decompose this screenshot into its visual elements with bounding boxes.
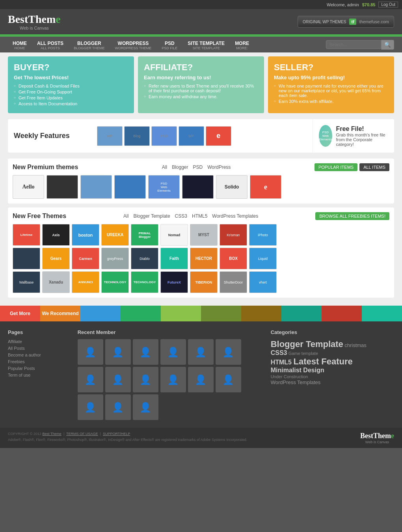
member-12[interactable]: 👤 <box>216 367 241 392</box>
member-13[interactable]: 👤 <box>78 394 103 420</box>
theme-aello[interactable]: Aello <box>13 175 44 199</box>
theme-shutter[interactable]: ShutterDoor <box>220 271 247 293</box>
themefuse-banner[interactable]: ORIGINAL WP THEMES tf themefuse.com <box>298 16 394 28</box>
member-8[interactable]: 👤 <box>105 367 131 392</box>
theme-faith[interactable]: Faith <box>160 248 188 269</box>
brand-link[interactable]: Best Theme <box>43 432 61 436</box>
theme-xanadu[interactable]: Xanadu <box>42 271 70 293</box>
member-11[interactable]: 👤 <box>188 367 214 392</box>
theme-liquid[interactable]: Liquid <box>249 248 277 269</box>
theme-lifetime[interactable]: Lifetime <box>13 224 40 246</box>
theme-2[interactable] <box>47 175 78 199</box>
theme-solido[interactable]: Solido <box>216 175 248 199</box>
popular-items-button[interactable]: POPULAR ITEMS <box>315 163 357 171</box>
cat-minimalist[interactable]: Minimalist Design <box>271 367 324 373</box>
filter-all[interactable]: All <box>162 164 167 170</box>
member-2[interactable]: 👤 <box>105 339 131 365</box>
theme-psd[interactable]: PSDWebElements <box>148 175 180 199</box>
theme-futurex[interactable]: FutureX <box>160 271 188 293</box>
weekly-thumb-2[interactable]: Blog <box>124 126 150 146</box>
all-items-button[interactable]: ALL ITEMS <box>359 163 389 171</box>
link-popular[interactable]: Popular Posts <box>8 366 70 371</box>
nav-wordpress[interactable]: WORDPRESS WORDPRESS THEME <box>110 37 156 52</box>
filter-wordpress[interactable]: WordPress <box>207 164 231 170</box>
cat-blogger[interactable]: Blogger <box>271 339 306 349</box>
weekly-thumb-4[interactable]: WP <box>179 126 204 146</box>
filter-blogger[interactable]: Blogger <box>172 164 188 170</box>
member-14[interactable]: 👤 <box>105 394 131 420</box>
get-more-button[interactable]: Get More <box>0 306 40 321</box>
theme-wallbase[interactable]: Wallbase <box>13 271 40 293</box>
link-affiliate[interactable]: Affiliate <box>8 339 70 344</box>
theme-box[interactable]: BOX <box>220 248 247 269</box>
search-button[interactable]: 🔍 <box>381 40 394 50</box>
theme-nomad[interactable]: Nomad <box>160 224 188 246</box>
theme-carmen[interactable]: Carmen <box>72 248 99 269</box>
we-recommend-button[interactable]: We Recommend <box>40 306 80 321</box>
cat-template[interactable]: Template <box>306 339 343 349</box>
member-1[interactable]: 👤 <box>78 339 103 365</box>
theme-announce[interactable]: ANNUNCI <box>72 271 99 293</box>
link-allposts[interactable]: All Posts <box>8 346 70 351</box>
theme-designfx2[interactable]: e <box>250 175 281 199</box>
theme-4[interactable] <box>114 175 146 199</box>
link-freebies[interactable]: Freebies <box>8 359 70 364</box>
theme-diablo[interactable]: Diablo <box>131 248 158 269</box>
logout-button[interactable]: Log Out <box>378 2 398 7</box>
member-10[interactable]: 👤 <box>160 367 186 392</box>
nav-site-template[interactable]: SITE TEMPLATE SITE TEMPLATE <box>183 37 229 52</box>
theme-vhert[interactable]: vhert <box>249 271 277 293</box>
free-filter-all[interactable]: All <box>123 213 128 219</box>
theme-boston[interactable]: boston <box>72 224 99 246</box>
nav-psd[interactable]: PSD PSD FILE <box>157 37 182 52</box>
theme-technology2[interactable]: TECHNOLOGY <box>131 271 158 293</box>
theme-axis[interactable]: Axis <box>42 224 70 246</box>
theme-tiberion[interactable]: TIBERION <box>190 271 218 293</box>
nav-all-posts[interactable]: ALL POSTS ALL POSTS <box>32 37 68 52</box>
theme-myst[interactable]: MYST <box>190 224 218 246</box>
cat-underconstruction[interactable]: Under Construction <box>271 374 308 379</box>
free-filter-html5[interactable]: HTML5 <box>192 213 207 219</box>
browse-freebies-button[interactable]: BROWSE ALL FREEBIES ITEMS! <box>315 212 389 220</box>
weekly-thumb-3[interactable]: PSD <box>151 126 177 146</box>
color-bar-cyan <box>362 306 402 321</box>
theme-3[interactable] <box>80 175 112 199</box>
theme-krisman[interactable]: Krisman <box>220 224 247 246</box>
cat-latest-feature[interactable]: Latest Feature <box>293 357 352 366</box>
theme-technology1[interactable]: TECHNOLOGY <box>101 271 129 293</box>
free-filter-blogger[interactable]: Blogger Template <box>133 213 170 219</box>
member-15[interactable]: 👤 <box>133 394 158 420</box>
nav-home[interactable]: HOME HOME <box>8 37 32 52</box>
search-input[interactable] <box>326 40 381 49</box>
free-filter-wp[interactable]: WordPress Templates <box>212 213 258 219</box>
cat-wp-templates[interactable]: WordPress Templates <box>271 379 321 385</box>
cat-gametemplate[interactable]: Game template <box>288 351 318 356</box>
nav-more[interactable]: MORE MORE: <box>230 37 254 52</box>
member-4[interactable]: 👤 <box>160 339 186 365</box>
cat-html5[interactable]: HTML5 <box>271 359 294 366</box>
theme-gears[interactable]: Gears <box>42 248 70 269</box>
theme-greypress[interactable]: greyPress <box>101 248 129 269</box>
cat-css3[interactable]: CSS3 <box>271 349 287 356</box>
support-link[interactable]: SUPPORT/HELP <box>103 432 130 436</box>
theme-depurplephoto[interactable] <box>13 248 40 269</box>
theme-primal[interactable]: PRIMALBlogger <box>131 224 158 246</box>
weekly-thumb-5[interactable]: e <box>206 126 231 146</box>
member-3[interactable]: 👤 <box>133 339 158 365</box>
cat-christmas[interactable]: christmas <box>344 342 367 348</box>
free-filter-css3[interactable]: CSS3 <box>175 213 187 219</box>
link-terms[interactable]: Term of use <box>8 373 70 377</box>
theme-designfx[interactable] <box>182 175 214 199</box>
theme-iphoto[interactable]: iPhoto <box>249 224 277 246</box>
member-6[interactable]: 👤 <box>216 339 241 365</box>
link-become-author[interactable]: Become a author <box>8 353 70 357</box>
terms-link[interactable]: TERMS OF USAGE <box>66 432 98 436</box>
filter-psd[interactable]: PSD <box>193 164 203 170</box>
weekly-thumb-1[interactable]: WP <box>97 126 123 146</box>
member-5[interactable]: 👤 <box>188 339 214 365</box>
member-9[interactable]: 👤 <box>133 367 158 392</box>
nav-blogger[interactable]: BLOGGER BLOGGER THEME <box>69 37 109 52</box>
theme-ureeka[interactable]: UREEKA <box>101 224 129 246</box>
theme-hector[interactable]: HECTOR <box>190 248 218 269</box>
member-7[interactable]: 👤 <box>78 367 103 392</box>
